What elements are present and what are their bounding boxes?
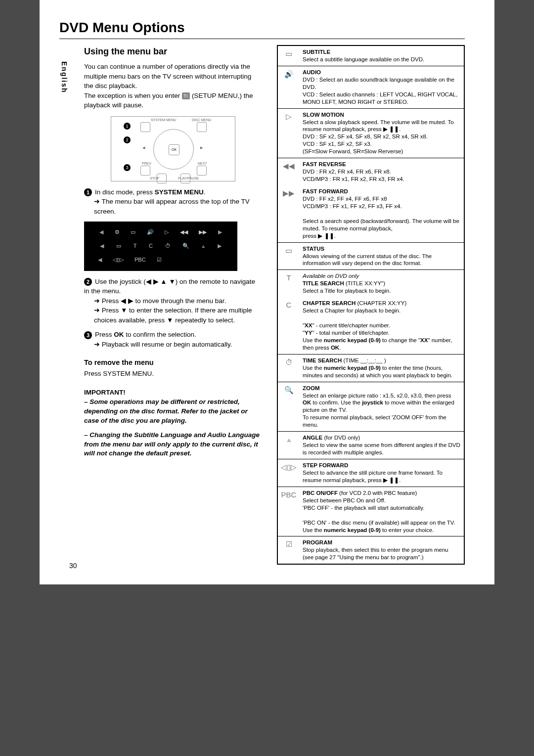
remote-label: STOP [150,176,159,181]
menubar-arrow-right: ▶ [218,228,222,236]
menubar-row-2: ◀ ▭ T C ⏱ 🔍 ⟁ ▶ [94,239,227,253]
right-column: ▭SUBTITLESelect a subtitle language avai… [277,45,465,565]
menubar-icon: T [134,242,137,250]
language-tab: English [59,59,69,95]
page-title: DVD Menu Options [59,20,465,36]
remote-btn [197,166,207,176]
important-heading: IMPORTANT! [84,388,262,398]
menubar-icon: ◀◀ [180,228,188,236]
feature-icon: 🔍 [277,382,300,432]
intro-para-2: The exception is when you enter T↕ (SETU… [84,91,262,110]
remote-label: ◀ [142,145,145,150]
feature-desc: FAST REVERSEDVD : FR x2, FR x4, FR x6, F… [300,158,464,185]
step3-text-a: Press [95,331,114,338]
manual-page: English DVD Menu Options Using the menu … [40,0,494,584]
feature-icon: ◁▯▷ [277,459,300,487]
menubar-icon: ⏱ [165,242,171,250]
remove-menu-heading: To remove the menu [84,357,262,368]
menubar-arrow-left: ◀ [98,256,102,264]
step1-result: ➜ The menu bar will appear across the to… [94,197,262,216]
menubar-icon: 🔊 [147,228,154,236]
remote-label: PLAY/PAUSE [178,176,199,181]
remote-btn [140,166,150,176]
feature-icon: ⏱ [277,354,300,382]
step1-text-c: . [204,188,206,196]
step1-text-b: SYSTEM MENU [155,188,204,196]
important-notice: IMPORTANT! – Some operations may be diff… [84,388,262,458]
step3-result: ➜ Playback will resume or begin automati… [94,340,232,350]
title-rule [59,39,465,39]
menubar-row-1: ◀ ⚙ ▭ 🔊 ▷ ◀◀ ▶▶ ▶ [94,225,227,239]
feature-desc: ANGLE (for DVD only)Select to view the s… [300,432,464,459]
feature-icon: ▶▶ [277,185,300,242]
intro-para-1: You can continue a number of operations … [84,62,262,91]
callout-2: 2 [124,136,131,143]
left-column: Using the menu bar You can continue a nu… [59,45,262,565]
feature-desc: CHAPTER SEARCH (CHAPTER XX:YY)Select a C… [300,297,464,354]
step-1-badge: 1 [84,188,92,196]
step3-text-b: OK [114,331,124,338]
menubar-arrow-left: ◀ [100,242,104,250]
remote-label: NEXT [198,161,207,166]
remote-btn [197,122,207,132]
menubar-row-3: ◀ ◁▯▷ PBC ☑ [94,253,227,267]
feature-icon: T [277,270,300,297]
step-2-badge: 2 [84,278,92,286]
menubar-icon: ☑ [157,256,162,264]
menubar-arrow-left: ◀ [99,228,103,236]
feature-desc: ZOOMSelect an enlarge picture ratio : x1… [300,382,464,432]
feature-desc: SUBTITLESelect a subtitle language avail… [300,45,464,66]
important-p1: – Some operations may be different or re… [84,398,262,426]
remote-label: PREV [142,161,151,166]
remove-menu-body: Press SYSTEM MENU. [84,369,262,379]
menubar-icon: ▷ [165,228,169,236]
remote-label: ▶ [200,145,203,150]
menubar-icon: C [149,242,153,250]
important-p2: – Changing the Subtitle Language and Aud… [84,431,262,459]
menubar-icon: ⚙ [115,228,120,236]
step2-sub2: ➜ Press ▼ to enter the selection. If the… [94,306,262,325]
step-2: 2Use the joystick (◀ ▶ ▲ ▼) on the remot… [84,277,262,325]
intro-2-a: The exception is when you enter [84,92,182,99]
feature-icon: ☑ [277,536,300,564]
feature-desc: TIME SEARCH (TIME __:__:__ )Use the nume… [300,354,464,382]
columns: Using the menu bar You can continue a nu… [59,45,465,565]
feature-icon: PBC [277,487,300,536]
step-3: 3Press OK to confirm the selection. ➜ Pl… [84,330,262,349]
joystick-circle: OK [153,129,194,170]
menubar-arrow-right: ▶ [218,242,222,250]
menubar-icon: ▭ [131,228,135,236]
step1-text-a: In disc mode, press [95,188,155,196]
step2-sub1: ➜ Press ◀ ▶ to move through the menu bar… [94,296,226,306]
feature-icon: C [277,297,300,354]
section-heading: Using the menu bar [84,45,262,58]
menubar-icon: ◁▯▷ [113,256,124,264]
menubar-icon: ⟁ [202,242,205,250]
feature-table: ▭SUBTITLESelect a subtitle language avai… [277,45,465,565]
menubar-icon: ▶▶ [199,228,207,236]
feature-icon: ◀◀ [277,158,300,185]
feature-desc: PBC ON/OFF (for VCD 2.0 with PBC feature… [300,487,464,536]
menubar-icon: PBC [134,256,146,264]
feature-icon: ⟁ [277,432,300,459]
setup-icon: T↕ [182,92,190,99]
feature-desc: Available on DVD onlyTITLE SEARCH (TITLE… [300,270,464,297]
remote-label: DISC MENU [192,118,211,123]
remote-label: SYSTEM MENU [151,118,176,123]
feature-icon: ▭ [277,45,300,66]
onscreen-menubar-figure: ◀ ⚙ ▭ 🔊 ▷ ◀◀ ▶▶ ▶ ◀ ▭ T C ⏱ 🔍 ⟁ [84,222,237,271]
feature-desc: AUDIODVD : Select an audio soundtrack la… [300,66,464,108]
step3-text-c: to confirm the selection. [124,331,196,338]
feature-icon: ▷ [277,108,300,158]
menubar-icon: 🔍 [182,242,189,250]
callout-3: 3 [124,164,131,171]
feature-desc: SLOW MOTIONSelect a slow playback speed.… [300,108,464,158]
feature-desc: PROGRAMStop playback, then select this t… [300,536,464,564]
page-number: 30 [69,562,77,570]
feature-icon: ▭ [277,242,300,270]
remote-btn [140,122,150,132]
menubar-icon: ▭ [116,242,121,250]
step-1: 1In disc mode, press SYSTEM MENU. ➜ The … [84,187,262,217]
feature-icon: 🔊 [277,66,300,108]
feature-desc: STEP FORWARDSelect to advance the still … [300,459,464,487]
